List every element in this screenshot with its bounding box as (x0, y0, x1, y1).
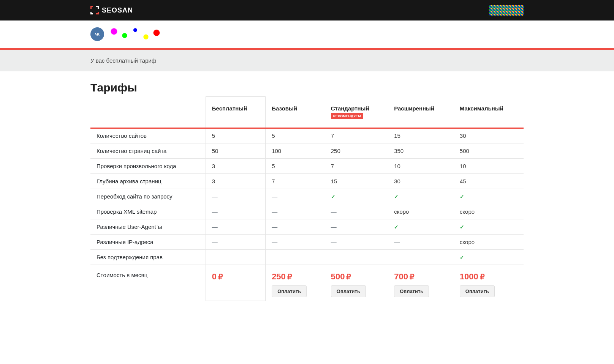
vk-icon[interactable] (90, 27, 104, 41)
plan-header-1: Базовый (266, 97, 325, 128)
feature-value: 15 (388, 128, 454, 143)
dash-icon: — (331, 224, 337, 230)
feature-value: 350 (388, 143, 454, 158)
plan-header-2: СтандартныйРЕКОМЕНДУЕМ (325, 97, 388, 128)
pay-button[interactable]: Оплатить (331, 285, 366, 297)
feature-value: — (206, 219, 265, 234)
page-title: Тарифы (90, 81, 524, 94)
feature-value: 7 (266, 173, 325, 189)
feature-value: 30 (388, 173, 454, 189)
feature-value: ✓ (388, 219, 454, 234)
plan-price-cell: 0₽ (206, 265, 265, 301)
plan-price-cell: 1000₽Оплатить (454, 265, 524, 301)
feature-label: Различные IP-адреса (90, 234, 206, 249)
feature-value: 45 (454, 173, 524, 189)
feature-value: ✓ (325, 189, 388, 204)
dash-icon: — (394, 239, 400, 245)
dash-icon: — (272, 208, 277, 215)
feature-value: ✓ (454, 249, 524, 265)
feature-label: Проверки произвольного кода (90, 158, 206, 173)
feature-value: — (266, 234, 325, 249)
plan-price-cell: 700₽Оплатить (388, 265, 454, 301)
check-icon: ✓ (331, 194, 335, 200)
feature-value: 500 (454, 143, 524, 158)
feature-value: 30 (454, 128, 524, 143)
feature-row: Проверка XML sitemap———скороскоро (90, 204, 524, 219)
dash-icon: — (212, 224, 218, 230)
feature-label: Глубина архива страниц (90, 173, 206, 189)
plan-price-cell: 250₽Оплатить (266, 265, 325, 301)
feature-label: Переобход сайта по запросу (90, 189, 206, 204)
feature-value: 5 (206, 128, 265, 143)
feature-value: ✓ (388, 189, 454, 204)
feature-value: 50 (206, 143, 265, 158)
dash-icon: — (212, 254, 218, 260)
feature-label: Различные User-Agent`ы (90, 219, 206, 234)
feature-value: 10 (454, 158, 524, 173)
dash-icon: — (212, 239, 218, 245)
feature-label: Количество страниц сайта (90, 143, 206, 158)
dash-icon: — (331, 239, 337, 245)
feature-label: Количество сайтов (90, 128, 206, 143)
feature-value: скоро (388, 204, 454, 219)
price-row: Стоимость в месяц0₽250₽Оплатить500₽Оплат… (90, 265, 524, 301)
feature-value: ✓ (454, 219, 524, 234)
feature-value: — (325, 204, 388, 219)
header-user-widget[interactable] (489, 5, 524, 16)
feature-value: 250 (325, 143, 388, 158)
profile-avatar-blob[interactable] (109, 27, 162, 41)
plan-header-3: Расширенный (388, 97, 454, 128)
feature-value: — (206, 204, 265, 219)
feature-value: 5 (266, 128, 325, 143)
feature-value: 10 (388, 158, 454, 173)
feature-value: скоро (454, 234, 524, 249)
feature-value: — (266, 219, 325, 234)
brand-logo-icon (90, 6, 99, 14)
dash-icon: — (212, 193, 218, 200)
dash-icon: — (272, 193, 277, 200)
feature-value: 7 (325, 128, 388, 143)
price-row-label: Стоимость в месяц (90, 265, 206, 301)
feature-value: — (266, 189, 325, 204)
feature-value: — (206, 234, 265, 249)
main-content: Тарифы БесплатныйБазовыйСтандартныйРЕКОМ… (90, 71, 524, 316)
feature-value: — (266, 204, 325, 219)
vk-logo-icon (94, 31, 101, 38)
pay-button[interactable]: Оплатить (394, 285, 429, 297)
dash-icon: — (272, 224, 277, 230)
feature-value: — (325, 219, 388, 234)
feature-label: Без подтверждения прав (90, 249, 206, 265)
plan-name: Стандартный (331, 105, 382, 112)
pay-button[interactable]: Оплатить (460, 285, 495, 297)
feature-row: Глубина архива страниц37153045 (90, 173, 524, 189)
plan-price: 500₽ (331, 272, 382, 282)
pay-button[interactable]: Оплатить (272, 285, 307, 297)
dash-icon: — (394, 254, 400, 260)
plan-price-cell: 500₽Оплатить (325, 265, 388, 301)
feature-value: 100 (266, 143, 325, 158)
brand-logo[interactable]: SEOSAN (90, 6, 133, 14)
feature-row: Различные User-Agent`ы———✓✓ (90, 219, 524, 234)
plan-name: Базовый (272, 105, 319, 112)
feature-value: скоро (454, 204, 524, 219)
plan-name: Бесплатный (212, 105, 259, 112)
feature-label: Проверка XML sitemap (90, 204, 206, 219)
feature-value: — (388, 234, 454, 249)
plan-price: 0₽ (212, 272, 259, 282)
feature-value: ✓ (454, 189, 524, 204)
recommended-badge: РЕКОМЕНДУЕМ (331, 113, 363, 119)
dash-icon: — (272, 239, 277, 245)
plan-name: Расширенный (394, 105, 448, 112)
feature-value: — (388, 249, 454, 265)
feature-value: — (266, 249, 325, 265)
feature-row: Различные IP-адреса————скоро (90, 234, 524, 249)
feature-value: — (206, 189, 265, 204)
plan-header-0: Бесплатный (206, 97, 265, 128)
plan-status-bar: У вас бесплатный тариф (0, 50, 614, 71)
profile-strip (0, 20, 614, 48)
dash-icon: — (331, 254, 337, 260)
plan-price: 250₽ (272, 272, 319, 282)
feature-row: Количество страниц сайта50100250350500 (90, 143, 524, 158)
plan-price: 700₽ (394, 272, 448, 282)
feature-value: 5 (266, 158, 325, 173)
